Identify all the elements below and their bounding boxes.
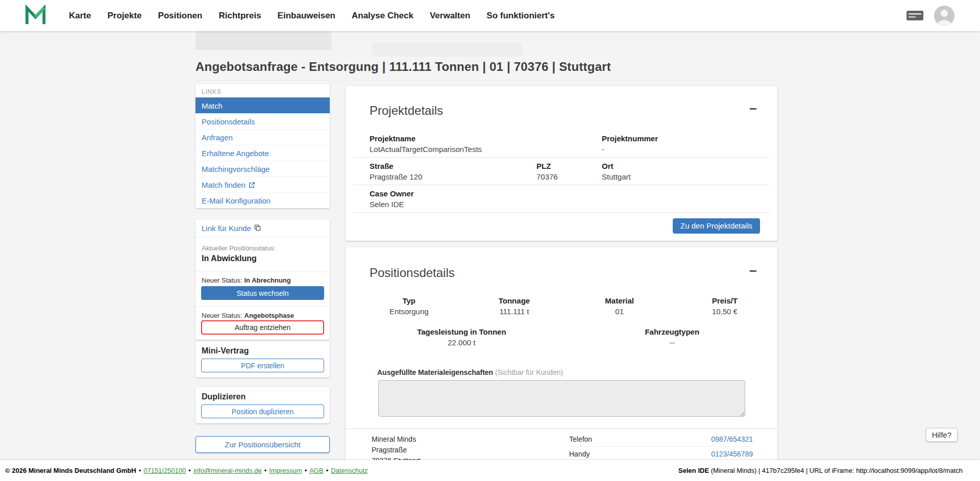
sidebar-item-match-finden[interactable]: Match finden <box>195 176 330 192</box>
contact-numbers: Telefon 0987/654321 Handy 0123/456789 <box>569 434 753 461</box>
status-wechseln-button[interactable]: Status wechseln <box>201 286 324 300</box>
contact-street: Pragstraße <box>372 445 421 455</box>
projektdetails-header: Projektdetails − <box>346 86 777 128</box>
main-nav: Karte Projekte Positionen Richtpreis Ein… <box>69 11 555 21</box>
footer-session-info: Selen IDE (Mineral Minds) | 417b7c295fe4… <box>678 467 963 474</box>
sidebar-item-email-konfiguration[interactable]: E-Mail Konfiguration <box>195 192 330 208</box>
handy-label: Handy <box>569 450 590 458</box>
contact-row-handy: Handy 0123/456789 <box>569 449 753 461</box>
sidebar-item-anfragen[interactable]: Anfragen <box>195 129 330 145</box>
field-label: Material <box>567 296 672 305</box>
loading-skeleton <box>372 42 522 57</box>
field-value: - <box>602 145 770 154</box>
field-value: Stuttgart <box>602 172 770 181</box>
footer-left: © 2026 Mineral Minds Deutschland GmbH • … <box>5 467 368 474</box>
next-status-label: Neuer Status: <box>202 312 242 319</box>
nav-item-richtpreis[interactable]: Richtpreis <box>218 11 261 21</box>
footer-email-link[interactable]: info@mineral-minds.de <box>193 467 262 474</box>
navbar-right <box>905 5 955 27</box>
nav-item-positionen[interactable]: Positionen <box>158 11 203 21</box>
handy-link[interactable]: 0123/456789 <box>711 450 753 458</box>
contact-company: Mineral Minds <box>372 434 421 445</box>
footer-phone-link[interactable]: 07151/250100 <box>143 467 186 474</box>
nav-item-verwalten[interactable]: Verwalten <box>430 11 470 21</box>
footer-datenschutz-link[interactable]: Datenschutz <box>331 467 368 474</box>
sidebar-item-matchingvorschlaege[interactable]: Matchingvorschläge <box>195 161 330 176</box>
field-value: 22.000 t <box>356 338 567 347</box>
field-value: -- <box>567 338 777 347</box>
user-avatar[interactable] <box>934 5 955 27</box>
duplizieren-title: Duplizieren <box>195 387 330 401</box>
customer-link-label: Link für Kunde <box>202 224 251 233</box>
material-props-label: Ausgefüllte Materialeigenschaften (Sicht… <box>377 368 777 376</box>
collapse-icon[interactable]: − <box>749 104 757 114</box>
nav-item-so-funktionierts[interactable]: So funktioniert's <box>486 11 554 21</box>
projektdetails-title: Projektdetails <box>370 104 443 118</box>
footer-copyright: © 2026 Mineral Minds Deutschland GmbH <box>5 467 136 474</box>
field-value: Pragstraße 120 <box>370 172 536 181</box>
separator: • <box>326 467 329 474</box>
links-header: LINKS <box>195 84 330 97</box>
next-status-value: In Abrechnung <box>244 276 291 284</box>
table-row: Case Owner Selen IDE <box>353 185 770 213</box>
separator: • <box>188 467 191 474</box>
projektdetails-rows: Projektname LotActualTargetComparisonTes… <box>353 128 770 213</box>
help-button[interactable]: Hilfe? <box>926 428 958 442</box>
pdf-erstellen-button[interactable]: PDF erstellen <box>201 359 324 372</box>
material-props-textarea[interactable] <box>378 380 745 417</box>
nav-item-projekte[interactable]: Projekte <box>107 11 141 21</box>
customer-link[interactable]: Link für Kunde <box>195 219 330 237</box>
telefon-label: Telefon <box>569 435 592 443</box>
next-status-value: Angebotsphase <box>244 312 295 319</box>
field-label: Ort <box>602 162 770 170</box>
field-value: Selen IDE <box>370 200 770 209</box>
nav-item-analyse-check[interactable]: Analyse Check <box>352 11 413 21</box>
nav-item-karte[interactable]: Karte <box>69 11 91 21</box>
sidebar-item-match[interactable]: Match <box>195 97 330 113</box>
separator: • <box>305 467 307 474</box>
field-label: Preis/T <box>672 296 777 305</box>
page-title: Angebotsanfrage - Entsorgung | 111.111 T… <box>195 60 611 74</box>
nav-item-einbauweisen[interactable]: Einbauweisen <box>278 11 335 21</box>
field-strasse: Straße Pragstraße 120 <box>370 162 536 181</box>
sidebar-item-erhaltene-angebote[interactable]: Erhaltene Angebote <box>195 145 330 161</box>
field-value: 70376 <box>536 172 602 181</box>
projektdetails-actions: Zu den Projektdetails <box>346 213 777 234</box>
sidebar-item-label: Matchingvorschläge <box>202 165 270 173</box>
field-value: 10,50 € <box>672 307 777 316</box>
sidebar-status-card: Link für Kunde Aktueller Positionsstatus… <box>195 219 330 340</box>
sidebar-item-label: Positionsdetails <box>202 117 255 126</box>
field-label: Straße <box>370 162 536 170</box>
telefon-link[interactable]: 0987/654321 <box>711 435 753 443</box>
external-link-icon <box>249 182 255 188</box>
field-value: 01 <box>567 307 672 316</box>
duplizieren-card: Duplizieren Position duplizieren <box>195 387 330 423</box>
mini-vertrag-card: Mini-Vertrag PDF erstellen <box>195 341 330 377</box>
collapse-icon[interactable]: − <box>749 266 757 276</box>
contact-row-telefon: Telefon 0987/654321 <box>569 434 753 447</box>
sidebar-item-label: Match <box>202 102 223 110</box>
footer-session-details: (Mineral Minds) | 417b7c295fe4 | URL of … <box>711 467 963 474</box>
zur-positionsuebersicht-button[interactable]: Zur Positionsübersicht <box>195 436 330 453</box>
field-ort: Ort Stuttgart <box>602 162 770 181</box>
footer-impressum-link[interactable]: Impressum <box>269 467 302 474</box>
next-status-line: Neuer Status:In Abrechnung <box>195 271 330 284</box>
sidebar-item-label: Anfragen <box>202 133 233 142</box>
terminal-icon[interactable] <box>905 9 924 22</box>
separator: • <box>139 467 141 474</box>
sidebar-links-card: LINKS Match Positionsdetails Anfragen Er… <box>195 84 330 208</box>
material-props-label-text: Ausgefüllte Materialeigenschaften <box>377 368 493 376</box>
field-label: Projektname <box>370 134 602 143</box>
positionsdetails-header: Positionsdetails − <box>346 247 777 280</box>
field-label: Case Owner <box>370 189 770 198</box>
footer-agb-link[interactable]: AGB <box>309 467 323 474</box>
zu-den-projektdetails-button[interactable]: Zu den Projektdetails <box>673 218 760 234</box>
separator: • <box>264 467 267 474</box>
field-fahrzeugtypen: Fahrzeugtypen -- <box>567 327 777 347</box>
app-root: Karte Projekte Positionen Richtpreis Ein… <box>0 0 980 481</box>
mineral-minds-logo-icon[interactable] <box>23 4 47 28</box>
auftrag-entziehen-button[interactable]: Auftrag entziehen <box>201 320 324 335</box>
position-duplizieren-button[interactable]: Position duplizieren <box>201 404 324 418</box>
sidebar-item-positionsdetails[interactable]: Positionsdetails <box>195 113 330 129</box>
current-status-block: Aktueller Positionsstatus: In Abwicklung <box>195 237 330 265</box>
